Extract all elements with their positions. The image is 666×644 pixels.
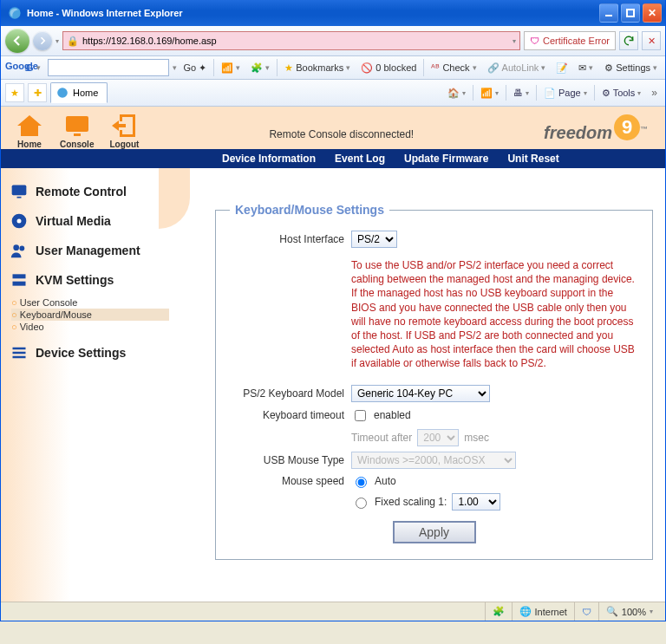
- status-zoom[interactable]: 🔍100%▾: [598, 602, 660, 621]
- usb-mouse-select: Windows >=2000, MacOSX: [351, 452, 516, 469]
- topnav-device-info[interactable]: Device Information: [222, 153, 316, 165]
- address-bar[interactable]: 🔒 https://192.168.0.169/home.asp ▾: [62, 31, 520, 50]
- add-favorites-button[interactable]: ✚: [28, 83, 47, 102]
- server-icon: [10, 270, 29, 289]
- sidebar-virtual-media[interactable]: Virtual Media: [6, 206, 169, 236]
- sidebar-remote-control[interactable]: Remote Control: [6, 177, 169, 206]
- timeout-unit: msec: [464, 432, 489, 444]
- mouse-speed-fixed-select[interactable]: 1.00: [452, 493, 500, 511]
- kb-model-label: PS/2 Keyboard Model: [230, 387, 351, 400]
- status-popup-icon[interactable]: 🧩: [485, 602, 512, 621]
- console-status-message: Remote Console disconnected!: [139, 128, 544, 149]
- stop-button[interactable]: ✕: [642, 31, 661, 50]
- host-interface-select[interactable]: PS/2: [351, 231, 397, 248]
- google-send-button[interactable]: ✉▾: [575, 62, 597, 74]
- monitor-icon: [10, 182, 29, 201]
- svg-point-10: [13, 244, 19, 250]
- google-check-button[interactable]: ᴬᴮCheck▾: [428, 62, 480, 74]
- shield-icon: 🛡: [582, 607, 591, 617]
- app-home-button[interactable]: Home: [15, 114, 44, 149]
- home-icon: [15, 114, 44, 138]
- page-menu-button[interactable]: 📄Page▾: [540, 86, 591, 101]
- usb-mouse-label: USB Mouse Type: [230, 454, 351, 466]
- google-feeds-button[interactable]: 📶▾: [218, 62, 244, 74]
- google-toolbar-logo: Google: [5, 61, 19, 75]
- svg-point-9: [17, 219, 22, 224]
- lock-icon: 🔒: [67, 36, 79, 47]
- google-bookmarks-button[interactable]: ★Bookmarks▾: [281, 62, 354, 74]
- window-minimize-button[interactable]: [599, 3, 618, 23]
- keyboard-mouse-fieldset: Keyboard/Mouse Settings Host Interface P…: [215, 203, 653, 560]
- timeout-after-label: Timeout after: [351, 432, 412, 444]
- shield-warning-icon: 🛡: [530, 36, 539, 46]
- kb-timeout-enabled-text: enabled: [374, 409, 411, 421]
- refresh-button[interactable]: [619, 31, 638, 50]
- topnav-event-log[interactable]: Event Log: [335, 153, 385, 165]
- svg-point-3: [57, 88, 68, 98]
- kb-timeout-checkbox[interactable]: [355, 410, 366, 421]
- kb-model-select[interactable]: Generic 104-Key PC: [351, 385, 490, 402]
- topnav-unit-reset[interactable]: Unit Reset: [507, 153, 558, 165]
- google-notebook-button[interactable]: 🧩▾: [247, 62, 273, 74]
- svg-rect-5: [74, 133, 81, 136]
- kb-timeout-label: Keyboard timeout: [230, 409, 351, 421]
- sliders-icon: [10, 343, 29, 362]
- freedom9-logo: freedom9™: [544, 120, 648, 149]
- mouse-speed-auto-label: Auto: [375, 475, 396, 487]
- globe-icon: 🌐: [519, 606, 532, 617]
- google-search-input[interactable]: [48, 59, 169, 76]
- tools-menu-button[interactable]: ⚙Tools▾: [598, 86, 645, 101]
- favorites-center-button[interactable]: ★: [5, 83, 24, 102]
- svg-point-11: [19, 246, 24, 251]
- toolbar-overflow-button[interactable]: »: [648, 87, 661, 99]
- app-console-button[interactable]: Console: [60, 114, 94, 149]
- svg-rect-2: [627, 10, 634, 16]
- timeout-value-select: 200: [417, 429, 459, 446]
- svg-rect-12: [13, 274, 26, 278]
- print-button[interactable]: 🖶▾: [510, 86, 532, 100]
- google-autolink-button[interactable]: 🔗AutoLink▾: [484, 62, 550, 74]
- host-interface-info: To use the USB and/or PS/2 interface you…: [351, 253, 638, 380]
- address-url: https://192.168.0.169/home.asp: [82, 36, 217, 46]
- app-logout-button[interactable]: Logout: [109, 114, 139, 149]
- home-button[interactable]: 🏠▾: [444, 86, 469, 101]
- svg-rect-13: [13, 282, 26, 286]
- status-zone[interactable]: 🌐Internet: [512, 602, 574, 621]
- feeds-button[interactable]: 📶▾: [477, 86, 502, 101]
- fieldset-legend: Keyboard/Mouse Settings: [230, 203, 389, 217]
- svg-rect-4: [66, 116, 88, 132]
- sidebar-sub-keyboard-mouse[interactable]: Keyboard/Mouse: [11, 309, 169, 321]
- mouse-speed-auto-radio[interactable]: [356, 477, 367, 488]
- sidebar-kvm-settings[interactable]: KVM Settings: [6, 265, 169, 295]
- tab-title: Home: [73, 88, 98, 98]
- google-popup-blocker-button[interactable]: 🚫0 blocked: [357, 62, 420, 74]
- apply-button[interactable]: Apply: [393, 521, 476, 543]
- status-protected-mode[interactable]: 🛡: [574, 602, 598, 621]
- sidebar-device-settings[interactable]: Device Settings: [6, 338, 169, 368]
- google-go-button[interactable]: Go ✦: [180, 62, 211, 74]
- mouse-speed-fixed-label: Fixed scaling 1:: [375, 496, 447, 508]
- mouse-speed-label: Mouse speed: [230, 475, 351, 487]
- sidebar-sub-user-console[interactable]: User Console: [11, 296, 169, 309]
- forward-button[interactable]: [33, 31, 52, 50]
- google-settings-button[interactable]: ⚙Settings▾: [601, 62, 661, 74]
- sidebar-user-management[interactable]: User Management: [6, 236, 169, 265]
- window-close-button[interactable]: ✕: [643, 3, 662, 23]
- ie-icon: [56, 87, 69, 99]
- svg-rect-1: [605, 15, 612, 16]
- logout-icon: [109, 114, 139, 138]
- monitor-icon: [62, 114, 92, 138]
- mouse-speed-fixed-radio[interactable]: [356, 498, 367, 509]
- google-brand-button[interactable]: G▾: [23, 62, 44, 73]
- disc-icon: [10, 211, 29, 231]
- ie-icon: [7, 5, 23, 21]
- sidebar-sub-video[interactable]: Video: [11, 321, 169, 333]
- users-icon: [10, 241, 29, 260]
- back-button[interactable]: [5, 29, 29, 53]
- browser-tab[interactable]: Home: [50, 82, 108, 103]
- window-maximize-button[interactable]: [621, 3, 640, 23]
- certificate-error-button[interactable]: 🛡 Certificate Error: [524, 31, 616, 50]
- topnav-update-firmware[interactable]: Update Firmware: [404, 153, 488, 165]
- svg-rect-6: [12, 185, 27, 196]
- google-autofill-button[interactable]: 📝: [552, 62, 571, 74]
